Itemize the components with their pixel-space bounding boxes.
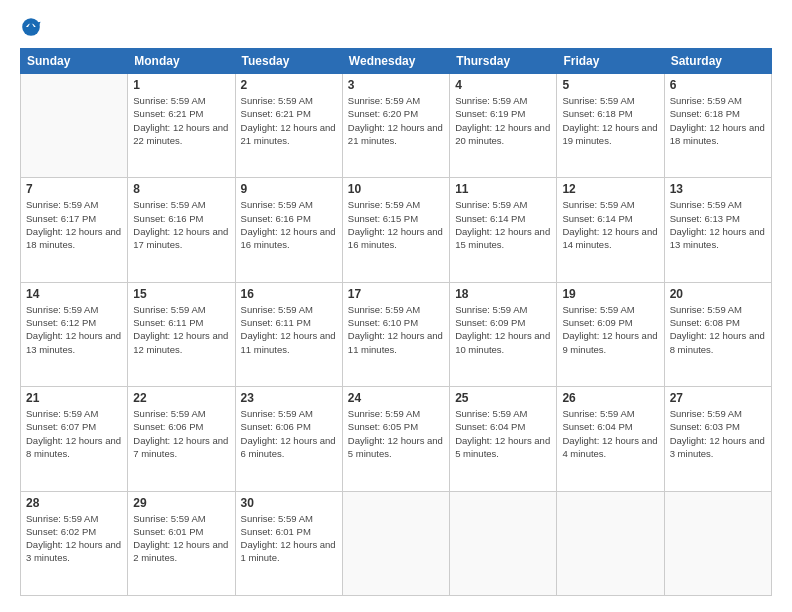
day-number: 2 <box>241 78 337 92</box>
calendar-cell: 13Sunrise: 5:59 AM Sunset: 6:13 PM Dayli… <box>664 178 771 282</box>
calendar-cell: 6Sunrise: 5:59 AM Sunset: 6:18 PM Daylig… <box>664 74 771 178</box>
calendar-cell: 10Sunrise: 5:59 AM Sunset: 6:15 PM Dayli… <box>342 178 449 282</box>
day-number: 14 <box>26 287 122 301</box>
day-info: Sunrise: 5:59 AM Sunset: 6:01 PM Dayligh… <box>133 512 229 565</box>
day-number: 18 <box>455 287 551 301</box>
header <box>20 16 772 38</box>
day-number: 16 <box>241 287 337 301</box>
col-header-wednesday: Wednesday <box>342 49 449 74</box>
calendar-cell: 30Sunrise: 5:59 AM Sunset: 6:01 PM Dayli… <box>235 491 342 595</box>
day-info: Sunrise: 5:59 AM Sunset: 6:16 PM Dayligh… <box>133 198 229 251</box>
calendar-cell: 15Sunrise: 5:59 AM Sunset: 6:11 PM Dayli… <box>128 282 235 386</box>
calendar-cell: 20Sunrise: 5:59 AM Sunset: 6:08 PM Dayli… <box>664 282 771 386</box>
day-number: 17 <box>348 287 444 301</box>
day-info: Sunrise: 5:59 AM Sunset: 6:09 PM Dayligh… <box>455 303 551 356</box>
calendar-cell: 12Sunrise: 5:59 AM Sunset: 6:14 PM Dayli… <box>557 178 664 282</box>
day-info: Sunrise: 5:59 AM Sunset: 6:10 PM Dayligh… <box>348 303 444 356</box>
day-info: Sunrise: 5:59 AM Sunset: 6:07 PM Dayligh… <box>26 407 122 460</box>
day-info: Sunrise: 5:59 AM Sunset: 6:02 PM Dayligh… <box>26 512 122 565</box>
calendar-cell <box>342 491 449 595</box>
day-number: 11 <box>455 182 551 196</box>
col-header-thursday: Thursday <box>450 49 557 74</box>
day-info: Sunrise: 5:59 AM Sunset: 6:20 PM Dayligh… <box>348 94 444 147</box>
col-header-monday: Monday <box>128 49 235 74</box>
day-info: Sunrise: 5:59 AM Sunset: 6:05 PM Dayligh… <box>348 407 444 460</box>
day-number: 26 <box>562 391 658 405</box>
day-info: Sunrise: 5:59 AM Sunset: 6:04 PM Dayligh… <box>562 407 658 460</box>
day-info: Sunrise: 5:59 AM Sunset: 6:11 PM Dayligh… <box>133 303 229 356</box>
calendar-cell: 4Sunrise: 5:59 AM Sunset: 6:19 PM Daylig… <box>450 74 557 178</box>
day-info: Sunrise: 5:59 AM Sunset: 6:17 PM Dayligh… <box>26 198 122 251</box>
day-number: 19 <box>562 287 658 301</box>
day-number: 27 <box>670 391 766 405</box>
page: SundayMondayTuesdayWednesdayThursdayFrid… <box>0 0 792 612</box>
day-number: 30 <box>241 496 337 510</box>
day-number: 12 <box>562 182 658 196</box>
day-number: 13 <box>670 182 766 196</box>
calendar-cell <box>664 491 771 595</box>
calendar-cell: 5Sunrise: 5:59 AM Sunset: 6:18 PM Daylig… <box>557 74 664 178</box>
calendar-cell: 28Sunrise: 5:59 AM Sunset: 6:02 PM Dayli… <box>21 491 128 595</box>
day-info: Sunrise: 5:59 AM Sunset: 6:11 PM Dayligh… <box>241 303 337 356</box>
calendar-cell: 2Sunrise: 5:59 AM Sunset: 6:21 PM Daylig… <box>235 74 342 178</box>
col-header-tuesday: Tuesday <box>235 49 342 74</box>
calendar-cell: 25Sunrise: 5:59 AM Sunset: 6:04 PM Dayli… <box>450 387 557 491</box>
calendar-cell: 17Sunrise: 5:59 AM Sunset: 6:10 PM Dayli… <box>342 282 449 386</box>
day-info: Sunrise: 5:59 AM Sunset: 6:18 PM Dayligh… <box>562 94 658 147</box>
day-info: Sunrise: 5:59 AM Sunset: 6:14 PM Dayligh… <box>562 198 658 251</box>
day-number: 28 <box>26 496 122 510</box>
day-info: Sunrise: 5:59 AM Sunset: 6:14 PM Dayligh… <box>455 198 551 251</box>
day-info: Sunrise: 5:59 AM Sunset: 6:08 PM Dayligh… <box>670 303 766 356</box>
calendar-cell: 7Sunrise: 5:59 AM Sunset: 6:17 PM Daylig… <box>21 178 128 282</box>
day-number: 1 <box>133 78 229 92</box>
day-number: 22 <box>133 391 229 405</box>
calendar-cell: 18Sunrise: 5:59 AM Sunset: 6:09 PM Dayli… <box>450 282 557 386</box>
calendar-cell <box>450 491 557 595</box>
day-info: Sunrise: 5:59 AM Sunset: 6:06 PM Dayligh… <box>241 407 337 460</box>
day-number: 6 <box>670 78 766 92</box>
calendar-cell: 26Sunrise: 5:59 AM Sunset: 6:04 PM Dayli… <box>557 387 664 491</box>
calendar-cell: 3Sunrise: 5:59 AM Sunset: 6:20 PM Daylig… <box>342 74 449 178</box>
col-header-friday: Friday <box>557 49 664 74</box>
calendar-cell: 24Sunrise: 5:59 AM Sunset: 6:05 PM Dayli… <box>342 387 449 491</box>
day-info: Sunrise: 5:59 AM Sunset: 6:03 PM Dayligh… <box>670 407 766 460</box>
day-number: 10 <box>348 182 444 196</box>
calendar-cell: 11Sunrise: 5:59 AM Sunset: 6:14 PM Dayli… <box>450 178 557 282</box>
calendar-cell: 22Sunrise: 5:59 AM Sunset: 6:06 PM Dayli… <box>128 387 235 491</box>
day-info: Sunrise: 5:59 AM Sunset: 6:06 PM Dayligh… <box>133 407 229 460</box>
day-number: 20 <box>670 287 766 301</box>
day-number: 3 <box>348 78 444 92</box>
calendar-cell: 8Sunrise: 5:59 AM Sunset: 6:16 PM Daylig… <box>128 178 235 282</box>
day-info: Sunrise: 5:59 AM Sunset: 6:12 PM Dayligh… <box>26 303 122 356</box>
calendar-cell: 29Sunrise: 5:59 AM Sunset: 6:01 PM Dayli… <box>128 491 235 595</box>
day-info: Sunrise: 5:59 AM Sunset: 6:09 PM Dayligh… <box>562 303 658 356</box>
day-number: 21 <box>26 391 122 405</box>
day-number: 4 <box>455 78 551 92</box>
day-number: 9 <box>241 182 337 196</box>
col-header-saturday: Saturday <box>664 49 771 74</box>
calendar-cell: 21Sunrise: 5:59 AM Sunset: 6:07 PM Dayli… <box>21 387 128 491</box>
calendar-cell: 14Sunrise: 5:59 AM Sunset: 6:12 PM Dayli… <box>21 282 128 386</box>
day-info: Sunrise: 5:59 AM Sunset: 6:19 PM Dayligh… <box>455 94 551 147</box>
calendar-cell <box>557 491 664 595</box>
day-number: 23 <box>241 391 337 405</box>
calendar-cell <box>21 74 128 178</box>
day-info: Sunrise: 5:59 AM Sunset: 6:01 PM Dayligh… <box>241 512 337 565</box>
day-number: 5 <box>562 78 658 92</box>
logo-icon <box>20 16 42 38</box>
calendar-cell: 9Sunrise: 5:59 AM Sunset: 6:16 PM Daylig… <box>235 178 342 282</box>
day-info: Sunrise: 5:59 AM Sunset: 6:04 PM Dayligh… <box>455 407 551 460</box>
day-number: 29 <box>133 496 229 510</box>
logo <box>20 16 46 38</box>
calendar-cell: 16Sunrise: 5:59 AM Sunset: 6:11 PM Dayli… <box>235 282 342 386</box>
day-number: 7 <box>26 182 122 196</box>
day-info: Sunrise: 5:59 AM Sunset: 6:18 PM Dayligh… <box>670 94 766 147</box>
calendar-cell: 23Sunrise: 5:59 AM Sunset: 6:06 PM Dayli… <box>235 387 342 491</box>
calendar-cell: 27Sunrise: 5:59 AM Sunset: 6:03 PM Dayli… <box>664 387 771 491</box>
day-info: Sunrise: 5:59 AM Sunset: 6:21 PM Dayligh… <box>133 94 229 147</box>
calendar-cell: 1Sunrise: 5:59 AM Sunset: 6:21 PM Daylig… <box>128 74 235 178</box>
day-number: 8 <box>133 182 229 196</box>
day-number: 15 <box>133 287 229 301</box>
calendar-table: SundayMondayTuesdayWednesdayThursdayFrid… <box>20 48 772 596</box>
day-info: Sunrise: 5:59 AM Sunset: 6:21 PM Dayligh… <box>241 94 337 147</box>
